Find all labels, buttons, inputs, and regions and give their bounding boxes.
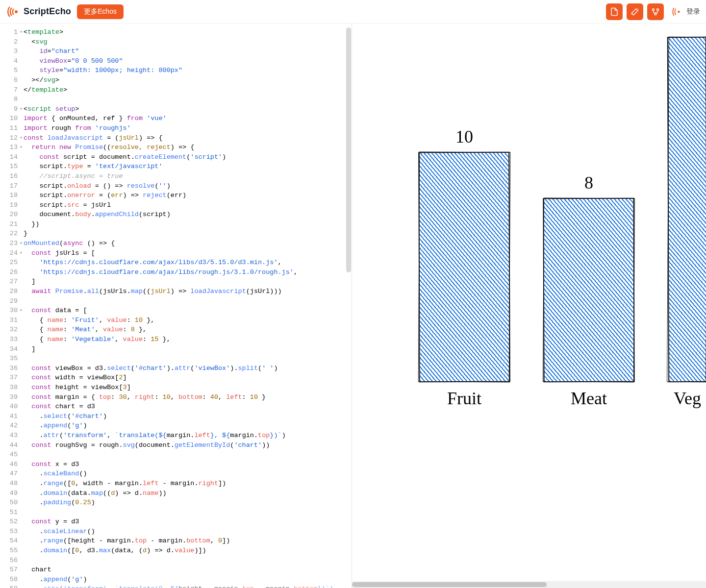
svg-point-4 (678, 10, 680, 12)
svg-point-3 (655, 13, 656, 15)
sound-wave-icon (671, 5, 683, 18)
login-label: 登录 (686, 7, 700, 16)
login-button[interactable]: 登录 (671, 5, 700, 18)
bar-rect (543, 198, 634, 382)
document-icon[interactable] (606, 3, 623, 20)
brand-icon (6, 4, 21, 19)
scrollbar-thumb[interactable] (346, 27, 351, 272)
header-actions: 登录 (606, 3, 700, 20)
bar-value-label: 10 (455, 126, 473, 147)
magic-wand-icon[interactable] (627, 3, 643, 20)
fold-gutter: ▾▾▾▾▾▾▾ (20, 24, 24, 588)
preview-hscrollbar[interactable] (352, 581, 706, 588)
code-editor[interactable]: 1234567891011121314151617181920212223242… (0, 24, 352, 588)
tag: template (27, 28, 59, 36)
branch-icon[interactable] (647, 3, 664, 20)
bar-fruit: 10 Fruit (419, 126, 510, 409)
brand[interactable]: ScriptEcho (6, 4, 71, 19)
editor-vscrollbar[interactable] (346, 27, 351, 341)
bar-rect (419, 152, 510, 382)
bar-meat: 8 Meat (543, 172, 634, 409)
svg-point-0 (15, 10, 18, 13)
line-gutter: 1234567891011121314151617181920212223242… (0, 24, 20, 588)
more-echos-button[interactable]: 更多Echos (77, 4, 124, 19)
bar-rect (668, 37, 706, 382)
brand-text: ScriptEcho (24, 6, 71, 17)
scrollbar-thumb[interactable] (352, 582, 547, 587)
chart-preview: 10 Fruit 8 Meat Veg (352, 24, 706, 409)
svg-point-1 (653, 8, 655, 10)
bar-category-label: Meat (571, 388, 607, 409)
svg-point-2 (657, 8, 659, 10)
main-split: 1234567891011121314151617181920212223242… (0, 24, 706, 588)
attr: id (24, 48, 48, 55)
bar-value-label: 8 (584, 172, 593, 193)
code-content[interactable]: <template> <svg id="chart" viewBox="0 0 … (24, 27, 333, 588)
bar-category-label: Fruit (447, 388, 481, 409)
bar-chart: 10 Fruit 8 Meat Veg (419, 48, 706, 409)
bar-category-label: Veg (674, 388, 701, 409)
bar-vegetable: Veg (668, 32, 706, 409)
app-header: ScriptEcho 更多Echos 登录 (0, 0, 706, 24)
preview-panel: 10 Fruit 8 Meat Veg (352, 24, 706, 588)
tag: svg (35, 38, 47, 46)
